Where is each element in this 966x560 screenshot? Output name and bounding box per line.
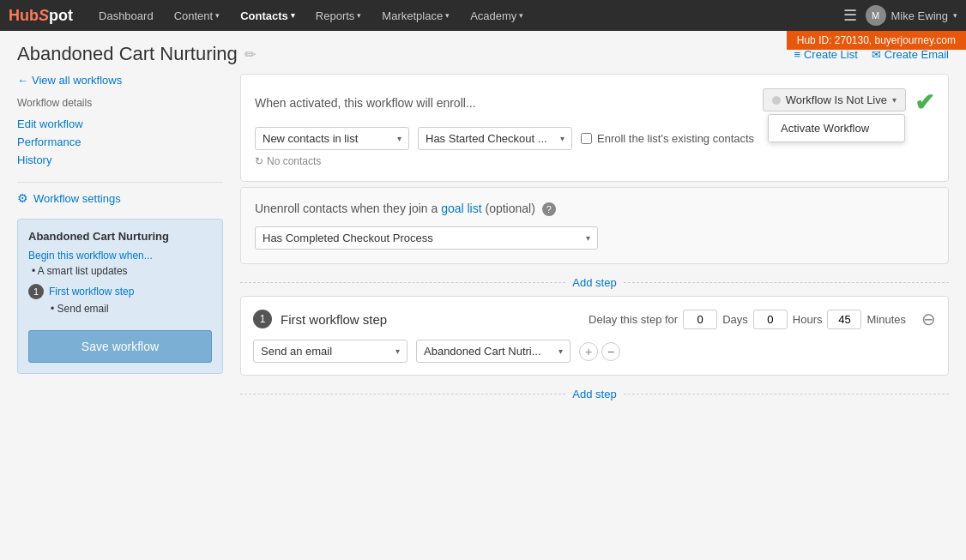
email-select-label: Abandoned Cart Nutri... [424, 345, 541, 358]
step-add-icons: + − [579, 342, 620, 361]
sidebar-nav-performance[interactable]: Performance [17, 134, 223, 150]
step-header: 1 First workflow step Delay this step fo… [253, 309, 936, 329]
back-link[interactable]: ← View all workflows [17, 74, 223, 87]
step-remove-small-button[interactable]: − [601, 342, 620, 361]
nav-dashboard[interactable]: Dashboard [90, 6, 162, 26]
enroll-section: When activated, this workflow will enrol… [240, 74, 949, 182]
hours-label: Hours [793, 313, 823, 326]
add-step-line-bottom-right [624, 394, 949, 394]
goal-text-label: Unenroll contacts when they join a [255, 202, 441, 215]
add-step-label-bottom[interactable]: Add step [572, 388, 616, 400]
delay-hours-input[interactable] [753, 310, 788, 329]
goal-text: Unenroll contacts when they join a goal … [255, 202, 934, 216]
refresh-icon: ↻ [255, 155, 263, 167]
no-contacts-label: No contacts [267, 155, 321, 167]
user-dropdown-arrow: ▾ [953, 11, 957, 20]
create-list-link[interactable]: ≡ Create List [794, 48, 857, 61]
step-title: First workflow step [281, 312, 387, 327]
workflow-status-dropdown[interactable]: Workflow Is Not Live ▾ [763, 88, 906, 111]
main-content: When activated, this workflow will enrol… [240, 74, 949, 407]
no-contacts-row: ↻ No contacts [255, 155, 934, 167]
edit-title-icon[interactable]: ✏ [245, 46, 256, 63]
sidebar-card-begin[interactable]: Begin this workflow when... [28, 250, 212, 262]
nav-marketplace[interactable]: Marketplace▾ [373, 6, 458, 26]
email-select-dropdown[interactable]: Abandoned Cart Nutri... ▾ [416, 340, 571, 363]
help-icon[interactable]: ? [542, 202, 556, 216]
add-step-line-right [624, 282, 949, 283]
sidebar-divider [17, 182, 223, 183]
workflow-status-label: Workflow Is Not Live [786, 93, 887, 106]
delay-label: Delay this step for [589, 313, 678, 326]
sidebar-nav-history[interactable]: History [17, 152, 223, 168]
nav-reports[interactable]: Reports▾ [307, 6, 371, 26]
goal-section: Unenroll contacts when they join a goal … [240, 187, 949, 264]
create-email-link[interactable]: ✉ Create Email [872, 48, 949, 61]
delay-minutes-input[interactable] [827, 310, 861, 329]
goal-list-label: Has Completed Checkout Process [263, 232, 433, 244]
step-delay-area: Delay this step for Days Hours Minutes [589, 310, 906, 329]
list-select-dropdown[interactable]: New contacts in list ▾ [255, 127, 409, 150]
add-step-row-top[interactable]: Add step [240, 269, 949, 296]
user-menu[interactable]: M Mike Ewing ▾ [866, 5, 957, 26]
step-remove-button[interactable]: ⊖ [921, 309, 936, 329]
step-add-button[interactable]: + [579, 342, 598, 361]
hubspot-logo[interactable]: HubSpot [9, 7, 73, 25]
nav-right: ☰ M Mike Ewing ▾ [843, 5, 957, 26]
nav-content[interactable]: Content▾ [166, 6, 229, 26]
hamburger-menu[interactable]: ☰ [843, 6, 857, 25]
status-dot-icon [772, 96, 781, 105]
sidebar: ← View all workflows Workflow details Ed… [17, 74, 223, 407]
sidebar-nav: Edit workflow Performance History [17, 116, 223, 168]
user-name: Mike Ewing [891, 9, 948, 22]
save-workflow-button[interactable]: Save workflow [28, 330, 212, 363]
sidebar-workflow-card: Abandoned Cart Nurturing Begin this work… [17, 219, 223, 374]
delay-days-input[interactable] [683, 310, 717, 329]
add-step-label-top[interactable]: Add step [572, 276, 616, 289]
enroll-existing-row: Enroll the list's existing contacts [581, 132, 754, 145]
sidebar-card-trigger: • A smart list updates [32, 265, 212, 277]
sidebar-settings[interactable]: ⚙ Workflow settings [17, 191, 223, 205]
nav-academy[interactable]: Academy▾ [462, 6, 532, 26]
header-actions: ≡ Create List ✉ Create Email [794, 48, 949, 61]
action-select-label: Send an email [261, 345, 332, 358]
activate-dropdown: Activate Workflow [768, 114, 905, 142]
enroll-text: When activated, this workflow will enrol… [255, 96, 476, 110]
enroll-existing-label: Enroll the list's existing contacts [597, 132, 754, 145]
list-select-label: New contacts in list [263, 132, 358, 145]
checkmark-icon: ✔ [915, 88, 934, 117]
page-title-text: Abandoned Cart Nurturing [17, 43, 238, 65]
action-dropdown-arrow-icon: ▾ [395, 346, 400, 356]
activate-workflow-item[interactable]: Activate Workflow [769, 115, 904, 142]
avatar: M [866, 5, 886, 26]
sidebar-card-step-row: 1 First workflow step [28, 284, 212, 299]
back-arrow-icon: ← [17, 74, 28, 87]
trigger-select-dropdown[interactable]: Has Started Checkout ... ▾ [418, 127, 572, 150]
enroll-header: When activated, this workflow will enrol… [255, 88, 934, 117]
goal-link[interactable]: goal list [441, 202, 481, 215]
add-step-line-left [240, 282, 565, 283]
page-title-area: Abandoned Cart Nurturing ✏ [17, 43, 256, 65]
list-dropdown-arrow-icon: ▾ [397, 134, 401, 143]
email-dropdown-arrow-icon: ▾ [558, 346, 563, 356]
step-section: 1 First workflow step Delay this step fo… [240, 296, 949, 376]
add-step-row-bottom[interactable]: Add step [240, 381, 949, 407]
trigger-dropdown-arrow-icon: ▾ [560, 134, 565, 143]
page-header: Abandoned Cart Nurturing ✏ ≡ Create List… [0, 31, 966, 74]
navbar: HubSpot Dashboard Content▾ Contacts▾ Rep… [0, 0, 966, 31]
list-icon: ≡ [794, 48, 800, 61]
nav-contacts[interactable]: Contacts▾ [232, 6, 304, 26]
enroll-existing-checkbox[interactable] [581, 133, 592, 144]
add-step-line-bottom-left [240, 394, 565, 394]
sidebar-card-step-label[interactable]: First workflow step [49, 286, 134, 298]
sidebar-card-step-sub: • Send email [51, 303, 212, 315]
workflow-status-area: Workflow Is Not Live ▾ ✔ Activate Workfl… [763, 88, 934, 117]
trigger-select-label: Has Started Checkout ... [426, 132, 547, 145]
nav-items: Dashboard Content▾ Contacts▾ Reports▾ Ma… [90, 6, 843, 26]
main-layout: ← View all workflows Workflow details Ed… [0, 74, 966, 425]
action-select-dropdown[interactable]: Send an email ▾ [253, 340, 408, 363]
goal-dropdown-arrow-icon: ▾ [586, 233, 590, 243]
goal-text-optional: (optional) [482, 202, 535, 215]
days-label: Days [722, 313, 748, 326]
sidebar-nav-edit[interactable]: Edit workflow [17, 116, 223, 132]
goal-list-dropdown[interactable]: Has Completed Checkout Process ▾ [255, 226, 598, 250]
